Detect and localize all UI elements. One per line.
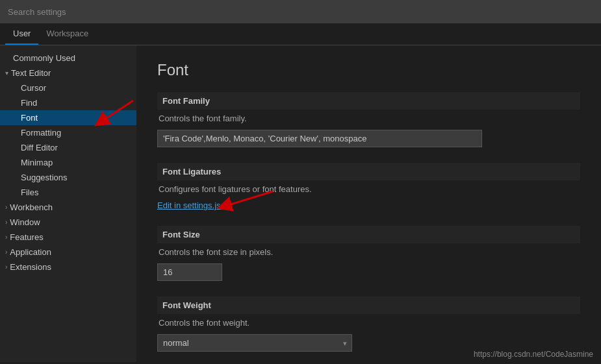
settings-tabs: User Workspace	[0, 23, 601, 45]
chevron-application	[5, 249, 7, 256]
font-weight-select[interactable]: normal bold 100 200 300 400 500 600 700 …	[157, 334, 352, 352]
font-weight-field: Font Weight Controls the font weight. no…	[157, 297, 580, 352]
sidebar-item-diff-editor[interactable]: Diff Editor	[0, 140, 136, 155]
sidebar-item-formatting[interactable]: Formatting	[0, 125, 136, 140]
chevron-features	[5, 234, 7, 241]
sidebar-item-minimap[interactable]: Minimap	[0, 155, 136, 170]
sidebar-item-font[interactable]: Font	[0, 110, 136, 125]
chevron-workbench	[5, 204, 7, 211]
font-family-field: Font Family Controls the font family.	[157, 92, 580, 147]
chevron-extensions	[5, 263, 7, 271]
tab-user[interactable]: User	[5, 23, 38, 45]
sidebar-item-files[interactable]: Files	[0, 185, 136, 200]
search-input[interactable]	[8, 7, 593, 17]
sidebar-item-suggestions[interactable]: Suggestions	[0, 170, 136, 185]
main-layout: Commonly Used Text Editor Cursor Find Fo…	[0, 45, 601, 362]
font-family-input[interactable]	[157, 130, 482, 147]
font-family-title: Font Family	[157, 92, 580, 110]
sidebar-item-window[interactable]: Window	[0, 215, 136, 230]
sidebar: Commonly Used Text Editor Cursor Find Fo…	[0, 45, 136, 362]
sidebar-item-text-editor[interactable]: Text Editor	[0, 66, 136, 80]
edit-settings-json-link[interactable]: Edit in settings.json	[157, 200, 230, 210]
sidebar-item-workbench[interactable]: Workbench	[0, 200, 136, 215]
font-weight-title: Font Weight	[157, 297, 580, 314]
font-size-desc: Controls the font size in pixels.	[157, 247, 580, 257]
settings-content: Font Font Family Controls the font famil…	[136, 45, 601, 362]
sidebar-item-extensions[interactable]: Extensions	[0, 260, 136, 274]
chevron-window	[5, 219, 7, 226]
font-size-field: Font Size Controls the font size in pixe…	[157, 226, 580, 281]
sidebar-item-cursor[interactable]: Cursor	[0, 80, 136, 95]
sidebar-item-find[interactable]: Find	[0, 95, 136, 110]
sidebar-item-features[interactable]: Features	[0, 230, 136, 245]
font-ligatures-title: Font Ligatures	[157, 163, 580, 180]
font-weight-desc: Controls the font weight.	[157, 318, 580, 328]
font-size-input[interactable]	[157, 263, 222, 281]
font-ligatures-field: Font Ligatures Configures font ligatures…	[157, 163, 580, 210]
sidebar-item-commonly-used[interactable]: Commonly Used	[0, 51, 136, 66]
tab-workspace[interactable]: Workspace	[38, 23, 96, 45]
font-size-title: Font Size	[157, 226, 580, 243]
font-ligatures-desc: Configures font ligatures or font featur…	[157, 184, 580, 194]
font-family-desc: Controls the font family.	[157, 114, 580, 123]
sidebar-item-application[interactable]: Application	[0, 245, 136, 260]
chevron-text-editor	[5, 69, 8, 77]
font-weight-select-wrapper: normal bold 100 200 300 400 500 600 700 …	[157, 334, 352, 352]
watermark: https://blog.csdn.net/CodeJasmine	[474, 350, 593, 359]
search-bar	[0, 0, 601, 23]
page-title: Font	[157, 61, 580, 79]
